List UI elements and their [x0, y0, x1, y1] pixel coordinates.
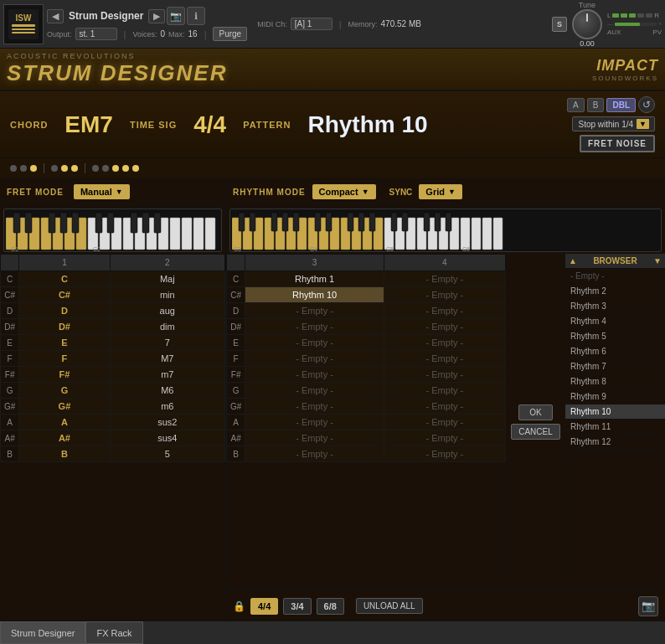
chord-table-row[interactable]: E E 7 — [1, 335, 225, 351]
dot-3-3[interactable] — [112, 165, 119, 172]
rhythm-cell-1[interactable]: - Empty - — [245, 415, 384, 430]
chord-cell-1[interactable]: F# — [19, 367, 110, 383]
btn-dbl[interactable]: DBL — [606, 98, 636, 112]
chord-cell-2[interactable]: m6 — [110, 399, 224, 415]
rhythm-cell-2[interactable]: - Empty - — [384, 319, 505, 335]
chord-cell-2[interactable]: m7 — [110, 367, 224, 383]
dot-3-1[interactable] — [92, 165, 99, 172]
rhythm-table-row[interactable]: C Rhythm 1 - Empty - — [227, 271, 506, 287]
dot-3-4[interactable] — [122, 165, 129, 172]
chord-cell-2[interactable]: 7 — [110, 335, 224, 351]
btn-a[interactable]: A — [567, 98, 585, 112]
rhythm-cell-2[interactable]: - Empty - — [384, 430, 505, 446]
chord-table-row[interactable]: B B 5 — [1, 446, 225, 462]
tune-knob[interactable] — [572, 9, 602, 39]
browser-item[interactable]: Rhythm 4 — [565, 314, 665, 329]
btn-68[interactable]: 6/8 — [317, 598, 344, 615]
chord-table-row[interactable]: D D aug — [1, 303, 225, 319]
browser-item[interactable]: Rhythm 6 — [565, 344, 665, 359]
chord-cell-1[interactable]: F — [19, 351, 110, 367]
rhythm-cell-2[interactable]: - Empty - — [384, 446, 505, 462]
rhythm-mode-dropdown[interactable]: Compact ▼ — [312, 184, 376, 199]
browser-item[interactable]: Rhythm 8 — [565, 374, 665, 389]
rhythm-cell-2[interactable]: - Empty - — [384, 303, 505, 319]
rhythm-table-row[interactable]: F - Empty - - Empty - — [227, 351, 506, 367]
btn-34[interactable]: 3/4 — [283, 598, 311, 615]
dot-2-2[interactable] — [61, 165, 68, 172]
rhythm-cell-2[interactable]: - Empty - — [384, 415, 505, 430]
rhythm-cell-1[interactable]: - Empty - — [245, 446, 384, 462]
btn-44[interactable]: 4/4 — [250, 598, 278, 615]
rhythm-cell-1[interactable]: - Empty - — [245, 351, 384, 367]
rhythm-cell-2[interactable]: - Empty - — [384, 335, 505, 351]
dot-1-1[interactable] — [10, 165, 17, 172]
chord-cell-2[interactable]: min — [110, 287, 224, 303]
screenshot-icon-btn[interactable]: 📷 — [638, 596, 658, 616]
chord-cell-2[interactable]: aug — [110, 303, 224, 319]
rhythm-table-row[interactable]: A - Empty - - Empty - — [227, 415, 506, 430]
rhythm-cell-2[interactable]: - Empty - — [384, 399, 505, 415]
rhythm-cell-1[interactable]: - Empty - — [245, 367, 384, 383]
camera-icon[interactable]: 📷 — [167, 7, 185, 25]
rhythm-cell-1[interactable]: - Empty - — [245, 430, 384, 446]
dot-2-3[interactable] — [71, 165, 78, 172]
rhythm-cell-2[interactable]: - Empty - — [384, 271, 505, 287]
rhythm-table-row[interactable]: D# - Empty - - Empty - — [227, 319, 506, 335]
browser-item[interactable]: Rhythm 9 — [565, 389, 665, 404]
rhythm-cell-1[interactable]: Rhythm 1 — [245, 271, 384, 287]
browser-item[interactable]: Rhythm 10 — [565, 404, 665, 420]
rhythm-cell-1[interactable]: - Empty - — [245, 319, 384, 335]
dot-3-5[interactable] — [132, 165, 139, 172]
chord-cell-2[interactable]: Maj — [110, 271, 224, 287]
chord-cell-2[interactable]: sus2 — [110, 415, 224, 430]
rhythm-table-row[interactable]: B - Empty - - Empty - — [227, 446, 506, 462]
taskbar-item-fx[interactable]: FX Rack — [85, 621, 142, 644]
rhythm-cell-2[interactable]: - Empty - — [384, 351, 505, 367]
browser-item[interactable]: - Empty - — [565, 269, 665, 284]
right-keyboard[interactable]: C3 C4 C5 C6 — [229, 209, 662, 252]
reset-btn[interactable]: ↺ — [638, 96, 655, 113]
browser-item[interactable]: Rhythm 11 — [565, 420, 665, 435]
left-keyboard[interactable]: C1 C2 — [3, 209, 222, 252]
chord-table-row[interactable]: C# C# min — [1, 287, 225, 303]
purge-button[interactable]: Purge — [213, 27, 247, 41]
nav-arrow-left[interactable]: ◀ — [47, 9, 64, 23]
stop-within-dropdown[interactable]: Stop within 1/4 ▼ — [572, 116, 655, 131]
chord-cell-1[interactable]: A# — [19, 430, 110, 446]
chord-cell-1[interactable]: C# — [19, 287, 110, 303]
browser-item[interactable]: Rhythm 7 — [565, 359, 665, 374]
chord-table-row[interactable]: A# A# sus4 — [1, 430, 225, 446]
browser-item[interactable]: Rhythm 2 — [565, 284, 665, 299]
chord-cell-1[interactable]: D# — [19, 319, 110, 335]
ok-button[interactable]: OK — [518, 404, 552, 420]
chord-cell-1[interactable]: C — [19, 271, 110, 287]
taskbar-item-strum[interactable]: Strum Designer — [0, 621, 85, 644]
rhythm-cell-1[interactable]: Rhythm 10 — [245, 287, 384, 303]
chord-cell-1[interactable]: G — [19, 383, 110, 399]
btn-b[interactable]: B — [587, 98, 605, 112]
rhythm-table-row[interactable]: G# - Empty - - Empty - — [227, 399, 506, 415]
chord-cell-2[interactable]: M6 — [110, 383, 224, 399]
chord-table-row[interactable]: A A sus2 — [1, 415, 225, 430]
dot-3-2[interactable] — [102, 165, 109, 172]
rhythm-cell-1[interactable]: - Empty - — [245, 383, 384, 399]
chord-cell-1[interactable]: D — [19, 303, 110, 319]
rhythm-cell-2[interactable]: - Empty - — [384, 383, 505, 399]
chord-cell-1[interactable]: B — [19, 446, 110, 462]
rhythm-table-row[interactable]: G - Empty - - Empty - — [227, 383, 506, 399]
sync-dropdown[interactable]: Grid ▼ — [419, 184, 462, 199]
info-icon[interactable]: ℹ — [187, 7, 205, 25]
rhythm-table-row[interactable]: A# - Empty - - Empty - — [227, 430, 506, 446]
dot-1-3[interactable] — [30, 165, 37, 172]
browser-up-btn[interactable]: ▲ — [569, 256, 577, 265]
unload-all-button[interactable]: UNLOAD ALL — [356, 598, 423, 614]
chord-cell-2[interactable]: sus4 — [110, 430, 224, 446]
chord-cell-2[interactable]: 5 — [110, 446, 224, 462]
rhythm-table-row[interactable]: C# Rhythm 10 - Empty - — [227, 287, 506, 303]
chord-cell-2[interactable]: dim — [110, 319, 224, 335]
rhythm-table-row[interactable]: E - Empty - - Empty - — [227, 335, 506, 351]
browser-item[interactable]: Rhythm 3 — [565, 299, 665, 314]
browser-item[interactable]: Rhythm 5 — [565, 329, 665, 344]
chord-table-row[interactable]: G G M6 — [1, 383, 225, 399]
chord-table-row[interactable]: F F M7 — [1, 351, 225, 367]
